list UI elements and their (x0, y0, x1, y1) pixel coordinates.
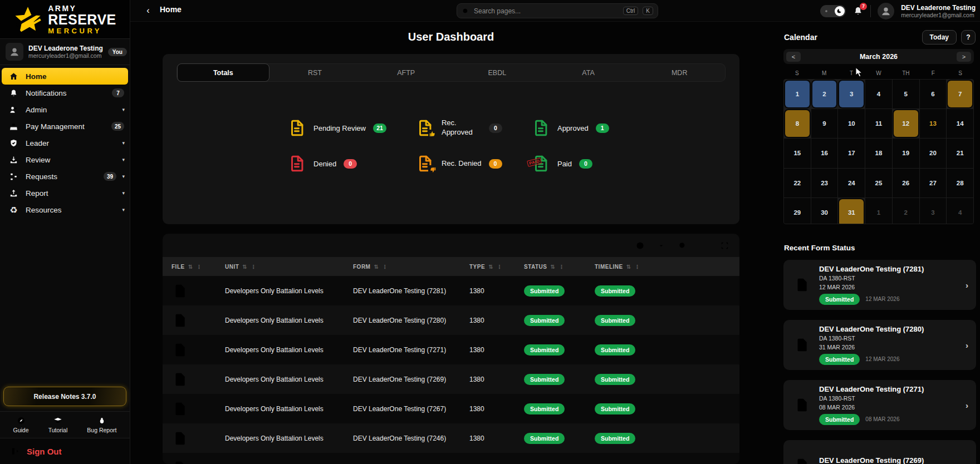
column-menu-icon[interactable]: ⋮ (497, 264, 503, 270)
calendar-day[interactable]: 19 (893, 139, 919, 167)
calendar-day[interactable]: 12 (893, 109, 919, 138)
prev-month-button[interactable]: < (786, 52, 801, 62)
calendar-day[interactable]: 10 (838, 109, 865, 138)
calendar-day[interactable]: 21 (947, 139, 973, 167)
calendar-day[interactable]: 4 (947, 198, 973, 224)
calendar-day[interactable]: 26 (893, 169, 919, 198)
calendar-day[interactable]: 4 (865, 80, 892, 108)
calendar-day[interactable]: 3 (920, 198, 947, 224)
calendar-day[interactable]: 3 (838, 80, 865, 108)
calendar-day[interactable]: 20 (920, 139, 947, 167)
table-row[interactable]: Developers Only Battalion Levels DEV Lea… (163, 335, 739, 364)
calendar-day[interactable]: 25 (865, 169, 892, 198)
calendar-day[interactable]: 11 (865, 109, 892, 138)
search-input[interactable] (474, 7, 619, 15)
column-menu-icon[interactable]: ⋮ (635, 264, 641, 270)
column-header-status[interactable]: STATUS⇅⋮ (524, 264, 595, 270)
calendar-day[interactable]: 28 (947, 169, 973, 198)
recent-form-card[interactable]: DEV LeaderOne Testing (7280) DA 1380-RST… (783, 320, 976, 370)
global-search[interactable]: Ctrl K (457, 3, 658, 18)
sidebar-item-pay-management[interactable]: Pay Management 25 (0, 118, 130, 135)
column-menu-icon[interactable]: ⋮ (251, 264, 257, 270)
search-icon[interactable] (678, 241, 687, 250)
user-avatar-icon[interactable] (878, 3, 894, 19)
table-row[interactable]: Developers Only Battalion Levels DEV Lea… (163, 364, 739, 394)
sign-out-button[interactable]: Sign Out (0, 438, 130, 464)
release-notes-button[interactable]: Release Notes 3.7.0 (3, 387, 126, 406)
calendar-day[interactable]: 27 (920, 169, 947, 198)
column-header-unit[interactable]: UNIT⇅⋮ (225, 264, 353, 270)
topbar-user-menu[interactable]: DEV Leaderone Testing mercuryleader1@gma… (901, 4, 976, 18)
calendar-day[interactable]: 29 (784, 198, 811, 224)
calendar-day[interactable]: 22 (784, 169, 811, 198)
filter-icon[interactable] (699, 241, 708, 250)
calendar-day[interactable]: 31 (838, 198, 865, 224)
column-menu-icon[interactable]: ⋮ (382, 264, 388, 270)
table-row[interactable]: Developers Only Battalion Levels DEV Lea… (163, 276, 739, 305)
recent-form-card[interactable]: DEV LeaderOne Testing (7271) DA 1380-RST… (783, 380, 976, 430)
notifications-bell-button[interactable]: 7 (852, 6, 864, 17)
sidebar-item-review[interactable]: Review ▾ (0, 151, 130, 168)
column-header-form[interactable]: FORM⇅⋮ (353, 264, 469, 270)
tab-aftp[interactable]: AFTP (360, 64, 452, 81)
next-month-button[interactable]: > (957, 52, 971, 62)
column-header-type[interactable]: TYPE⇅⋮ (469, 264, 524, 270)
table-row[interactable]: Developers Only Battalion Levels DEV Lea… (163, 423, 739, 453)
column-header-timeline[interactable]: TIMELINE⇅⋮ (595, 264, 739, 270)
sort-icon[interactable]: ⇅ (488, 264, 493, 270)
tutorial-button[interactable]: Tutorial (48, 416, 68, 433)
sort-icon[interactable]: ⇅ (188, 264, 193, 270)
tab-totals[interactable]: Totals (177, 63, 270, 82)
calendar-day[interactable]: 23 (811, 169, 838, 198)
sidebar-item-leader[interactable]: Leader ▾ (0, 135, 130, 151)
calendar-day[interactable]: 14 (947, 109, 973, 138)
recent-form-card[interactable]: DEV LeaderOne Testing (7269) DA 1380-MDR… (783, 440, 976, 464)
sidebar-item-resources[interactable]: ♻ Resources ▾ (0, 201, 130, 218)
table-row[interactable]: Developers Only Battalion Levels DEV Lea… (163, 394, 739, 423)
theme-toggle[interactable] (820, 5, 846, 17)
sort-icon[interactable]: ⇅ (551, 264, 556, 270)
calendar-day[interactable]: 6 (920, 80, 947, 108)
tab-ata[interactable]: ATA (543, 64, 634, 81)
back-button[interactable]: ‹ (143, 5, 154, 16)
tab-ebdl[interactable]: EBDL (452, 64, 543, 81)
calendar-day[interactable]: 1 (784, 80, 811, 108)
column-header-file[interactable]: FILE⇅⋮ (171, 264, 225, 270)
sidebar-item-requests[interactable]: Requests 39 ▾ (0, 168, 130, 185)
column-menu-icon[interactable]: ⋮ (558, 264, 565, 270)
sidebar-user-card[interactable]: DEV Leaderone Testing mercuryleader1@gma… (0, 39, 130, 65)
calendar-day[interactable]: 16 (811, 139, 838, 167)
calendar-day[interactable]: 7 (947, 80, 973, 108)
fullscreen-icon[interactable] (720, 241, 729, 250)
history-clock-icon[interactable] (635, 241, 645, 250)
calendar-day[interactable]: 5 (893, 80, 919, 108)
help-button[interactable]: ? (961, 30, 976, 45)
tab-rst[interactable]: RST (270, 64, 361, 81)
calendar-day[interactable]: 18 (865, 139, 892, 167)
calendar-day[interactable]: 13 (920, 109, 947, 138)
calendar-day[interactable]: 24 (838, 169, 865, 198)
recent-form-card[interactable]: DEV LeaderOne Testing (7281) DA 1380-RST… (783, 260, 976, 310)
calendar-day[interactable]: 1 (865, 198, 892, 224)
sort-icon[interactable]: ⇅ (626, 264, 631, 270)
calendar-day[interactable]: 9 (811, 109, 838, 138)
sidebar-item-admin[interactable]: Admin ▾ (0, 101, 130, 118)
calendar-day[interactable]: 8 (784, 109, 811, 138)
sort-icon[interactable]: ⇅ (242, 264, 247, 270)
sidebar-item-notifications[interactable]: Notifications 7 (0, 85, 130, 101)
calendar-day[interactable]: 15 (784, 139, 811, 167)
table-row[interactable]: Developers Only Battalion Levels DEV Lea… (163, 305, 739, 335)
today-button[interactable]: Today (922, 30, 957, 45)
calendar-day[interactable]: 2 (811, 80, 838, 108)
sidebar-item-home[interactable]: Home (2, 68, 128, 85)
sidebar-item-report[interactable]: Report ▾ (0, 185, 130, 201)
column-menu-icon[interactable]: ⋮ (197, 264, 203, 270)
calendar-day[interactable]: 30 (811, 198, 838, 224)
calendar-day[interactable]: 17 (838, 139, 865, 167)
calendar-day[interactable]: 2 (893, 198, 919, 224)
sort-icon[interactable]: ⇅ (374, 264, 379, 270)
download-icon[interactable] (656, 241, 666, 250)
bug-report-button[interactable]: Bug Report (87, 416, 116, 433)
table-row-partial[interactable] (163, 453, 739, 464)
guide-button[interactable]: Guide (13, 416, 29, 433)
